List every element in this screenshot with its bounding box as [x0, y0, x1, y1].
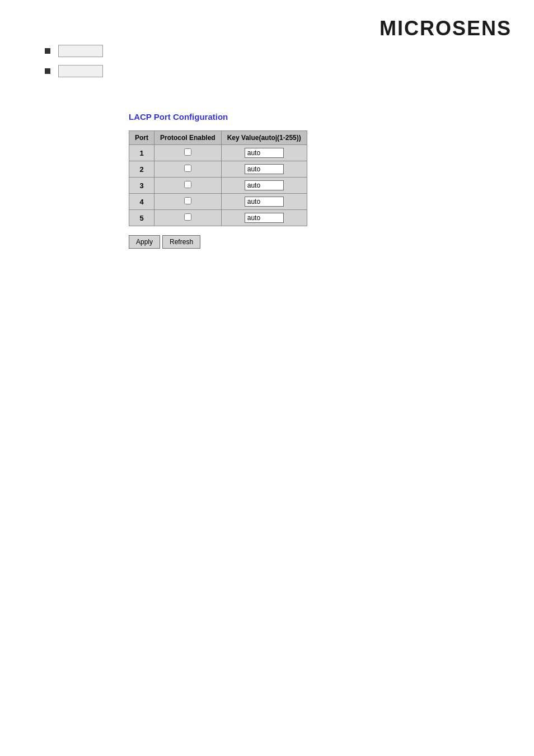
key-value-input-3[interactable]: [245, 180, 284, 190]
bullet-icon-1: [45, 48, 50, 54]
section-title: LACP Port Configuration: [129, 112, 307, 122]
key-value-cell-1: [221, 145, 307, 161]
buttons-row: Apply Refresh: [129, 235, 307, 249]
protocol-enabled-checkbox-2[interactable]: [184, 165, 191, 172]
microsens-logo: MICROSENS: [380, 17, 512, 40]
table-row: 4: [129, 194, 307, 210]
table-row: 5: [129, 210, 307, 226]
top-inputs-area: [45, 45, 103, 85]
key-value-cell-4: [221, 194, 307, 210]
key-value-cell-2: [221, 161, 307, 178]
col-header-port: Port: [129, 131, 154, 145]
protocol-enabled-cell-4: [154, 194, 222, 210]
apply-button[interactable]: Apply: [129, 235, 160, 249]
table-row: 1: [129, 145, 307, 161]
bullet-icon-2: [45, 68, 50, 74]
input-row-1: [45, 45, 103, 57]
key-value-cell-3: [221, 178, 307, 194]
port-cell-3: 3: [129, 178, 154, 194]
key-value-input-5[interactable]: [245, 213, 284, 223]
port-cell-4: 4: [129, 194, 154, 210]
input-row-2: [45, 65, 103, 77]
col-header-key-value: Key Value(auto|(1-255)): [221, 131, 307, 145]
port-cell-1: 1: [129, 145, 154, 161]
port-cell-5: 5: [129, 210, 154, 226]
config-table: Port Protocol Enabled Key Value(auto|(1-…: [129, 130, 307, 226]
protocol-enabled-checkbox-4[interactable]: [184, 197, 191, 204]
top-input-2[interactable]: [58, 65, 103, 77]
protocol-enabled-cell-1: [154, 145, 222, 161]
refresh-button[interactable]: Refresh: [162, 235, 200, 249]
main-content: LACP Port Configuration Port Protocol En…: [129, 112, 307, 249]
port-cell-2: 2: [129, 161, 154, 178]
table-header-row: Port Protocol Enabled Key Value(auto|(1-…: [129, 131, 307, 145]
key-value-input-4[interactable]: [245, 197, 284, 207]
protocol-enabled-checkbox-1[interactable]: [184, 148, 191, 156]
key-value-input-2[interactable]: [245, 164, 284, 174]
key-value-cell-5: [221, 210, 307, 226]
protocol-enabled-checkbox-3[interactable]: [184, 181, 191, 188]
col-header-protocol-enabled: Protocol Enabled: [154, 131, 222, 145]
table-row: 2: [129, 161, 307, 178]
key-value-input-1[interactable]: [245, 148, 284, 158]
protocol-enabled-checkbox-5[interactable]: [184, 213, 191, 221]
protocol-enabled-cell-5: [154, 210, 222, 226]
table-row: 3: [129, 178, 307, 194]
top-input-1[interactable]: [58, 45, 103, 57]
protocol-enabled-cell-2: [154, 161, 222, 178]
protocol-enabled-cell-3: [154, 178, 222, 194]
